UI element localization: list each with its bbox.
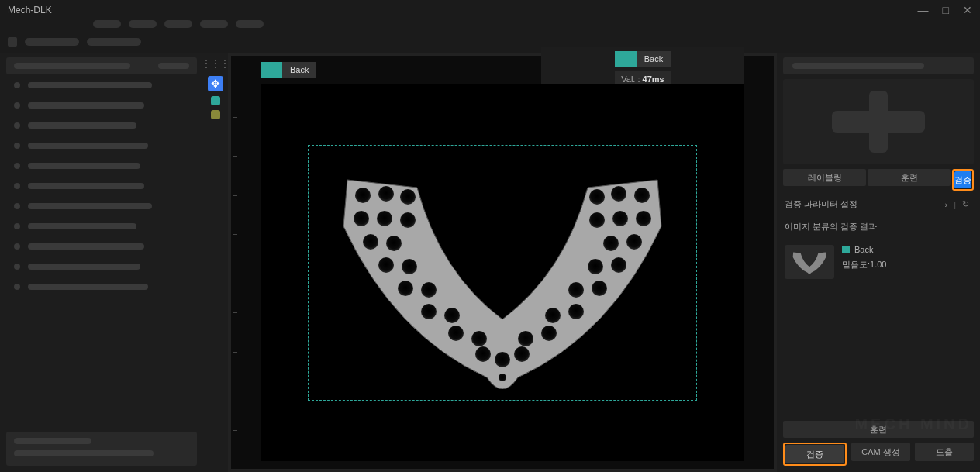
secondary-item[interactable] [8,37,17,47]
canvas-area: Back Back Val. : 47ms [228,53,777,472]
left-panel [0,53,203,472]
menu-item[interactable] [236,20,264,28]
history-icon[interactable]: ↻ [959,199,972,209]
svg-point-30 [612,211,628,226]
list-item[interactable] [6,277,197,296]
svg-point-35 [499,374,506,381]
move-tool-icon[interactable]: ✥ [208,76,223,91]
class-chip-left: Back [261,62,316,78]
preview-shape-icon [832,91,925,153]
svg-point-23 [568,282,584,298]
placeholder [792,63,924,69]
menu-item[interactable] [164,20,192,28]
svg-point-3 [354,211,369,226]
left-panel-header [6,57,197,74]
result-item[interactable]: Back 믿음도:1.00 [783,240,974,284]
svg-point-5 [400,212,416,228]
svg-point-29 [589,212,605,228]
right-panel-header [783,57,974,74]
app-title: Mech-DLK [8,5,52,16]
list-item[interactable] [6,217,197,236]
canvas-viewport[interactable]: Back Back Val. : 47ms [231,56,774,469]
list-item[interactable] [6,96,197,115]
svg-point-11 [421,282,437,298]
maximize-icon[interactable]: □ [943,4,949,16]
result-confidence: 믿음도:1.00 [842,259,886,270]
chevron-right-icon[interactable]: › [941,200,951,209]
menu-item[interactable] [93,20,121,28]
ruler-vertical [231,78,242,469]
highlight-validate-button: 검증 [783,443,847,466]
param-settings-row[interactable]: 검증 파라미터 설정 › | ↻ [783,195,974,213]
validate-button[interactable]: 검증 [785,445,844,463]
image-region [261,84,744,461]
svg-point-31 [636,211,651,226]
svg-point-25 [588,259,603,274]
list-item[interactable] [6,76,197,95]
class-chip-right: Back [615,51,671,67]
svg-point-19 [518,331,533,346]
svg-point-34 [634,188,650,203]
list-item[interactable] [6,136,197,155]
bottom-button-row: 검증 CAM 생성 도출 [783,443,974,466]
class-color-icon [615,51,637,67]
list-item[interactable] [6,237,197,256]
param-settings-label: 검증 파라미터 설정 [785,198,858,210]
grid-tool-icon[interactable]: ⋮⋮⋮ [208,56,223,71]
secondary-item[interactable] [87,38,141,46]
class-label: Back [637,51,671,67]
svg-point-26 [611,257,626,273]
svg-point-13 [444,308,460,323]
svg-point-32 [589,189,605,205]
class-label: Back [282,62,316,78]
canvas-info-bar: Back Back Val. : 47ms [261,62,744,78]
close-icon[interactable]: ✕ [963,4,972,16]
svg-point-0 [355,188,371,203]
export-button[interactable]: 도출 [915,443,974,461]
svg-point-12 [421,304,437,319]
svg-point-9 [402,259,417,274]
svg-point-18 [514,346,530,362]
svg-point-16 [475,346,491,362]
svg-point-1 [378,186,394,202]
preview-area [783,79,974,164]
svg-point-20 [541,326,557,341]
train-button[interactable]: 훈련 [783,421,974,438]
svg-point-6 [363,234,378,250]
menu-item[interactable] [200,20,228,28]
tab-training[interactable]: 훈련 [868,169,951,186]
result-section-label: 이미지 분류의 검증 결과 [783,218,974,236]
tab-validation[interactable]: 검증 [954,171,971,188]
svg-point-14 [448,326,464,341]
list-item[interactable] [6,157,197,175]
placeholder [14,63,130,69]
result-label: Back [854,245,873,254]
svg-point-24 [592,281,607,296]
right-tabs: 레이블링 훈련 검증 [783,169,974,191]
svg-point-28 [626,234,642,250]
list-item[interactable] [6,197,197,215]
svg-point-2 [400,189,416,205]
cam-button[interactable]: CAM 생성 [851,443,910,461]
secondary-item[interactable] [25,38,79,46]
secondary-bar [0,36,980,53]
svg-point-15 [471,331,487,346]
menu-item[interactable] [129,20,157,28]
tab-labeling[interactable]: 레이블링 [783,169,866,186]
right-panel: 레이블링 훈련 검증 검증 파라미터 설정 › | ↻ 이미지 분류의 검증 결… [777,53,980,472]
roi-box[interactable] [308,145,697,401]
olive-swatch-icon[interactable] [211,110,220,119]
minimize-icon[interactable]: — [918,4,929,16]
teal-swatch-icon[interactable] [211,96,220,105]
tool-strip: ⋮⋮⋮ ✥ [203,53,228,472]
list-item[interactable] [6,177,197,195]
svg-point-21 [545,308,561,323]
svg-point-27 [603,236,619,251]
class-color-icon [261,62,282,78]
svg-point-8 [378,257,394,273]
svg-point-22 [568,304,584,319]
list-item[interactable] [6,257,197,276]
list-item[interactable] [6,116,197,135]
result-color-icon [842,246,850,253]
svg-point-33 [611,186,626,202]
